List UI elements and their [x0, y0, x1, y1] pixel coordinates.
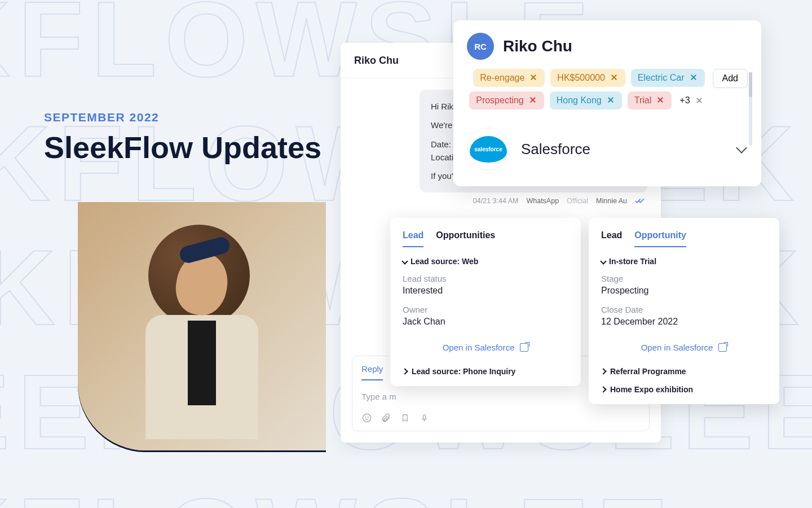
salesforce-lead-card: Lead Opportunities Lead source: Web Lead…: [390, 218, 581, 386]
label-owner: Owner: [403, 305, 568, 314]
salesforce-logo-icon: salesforce: [467, 128, 510, 170]
svg-point-5: [368, 417, 368, 417]
section-phone-inquiry[interactable]: Lead source: Phone Inquiry: [403, 361, 568, 376]
channel: WhatsApp: [526, 197, 559, 205]
tab-reply[interactable]: Reply: [361, 364, 383, 380]
close-icon[interactable]: [611, 74, 619, 82]
tag-reengage[interactable]: Re-engage: [473, 69, 545, 87]
label-stage: Stage: [601, 274, 767, 283]
svg-point-3: [363, 414, 370, 422]
value-owner: Jack Chan: [403, 317, 568, 327]
tag-trial[interactable]: Trial: [628, 91, 672, 110]
badge-official: Official: [567, 197, 588, 205]
chevron-down-icon[interactable]: [736, 142, 747, 154]
value-stage: Prospecting: [601, 286, 767, 296]
salesforce-opportunity-card: Lead Opportunity In-store Trial Stage Pr…: [589, 218, 779, 404]
svg-rect-6: [423, 414, 425, 419]
value-close-date: 12 December 2022: [601, 317, 767, 327]
tag-prospecting[interactable]: Prospecting: [469, 91, 544, 110]
mic-icon[interactable]: [419, 413, 429, 423]
message-meta: 04/21 3:44 AM WhatsApp Official Minnie A…: [341, 192, 661, 205]
chevron-right-icon: [401, 368, 408, 374]
section-home-expo[interactable]: Home Expo exhibition: [601, 376, 767, 394]
read-checks-icon: [635, 198, 645, 204]
open-in-salesforce-link[interactable]: Open in Salesforce: [601, 336, 767, 361]
hero-title: SleekFlow Updates: [44, 130, 321, 165]
close-icon[interactable]: [657, 97, 665, 104]
tag-amount[interactable]: HK$500000: [550, 69, 625, 87]
close-icon[interactable]: [529, 97, 537, 104]
reply-toolbar: [352, 413, 649, 431]
label-close-date: Close Date: [601, 305, 767, 314]
tab-lead[interactable]: Lead: [601, 230, 622, 247]
close-icon[interactable]: [696, 97, 703, 104]
chevron-right-icon: [600, 368, 606, 374]
hero-photo: [78, 202, 326, 450]
tab-lead[interactable]: Lead: [403, 230, 423, 247]
bookmark-icon[interactable]: [400, 413, 410, 423]
integration-label: Salesforce: [521, 141, 726, 158]
label-lead-status: Lead status: [403, 274, 568, 283]
hero-subtitle: SEPTEMBER 2022: [44, 111, 321, 124]
add-tag-button[interactable]: Add: [713, 69, 748, 88]
external-link-icon: [718, 343, 727, 352]
external-link-icon: [520, 343, 528, 352]
chevron-right-icon: [600, 386, 606, 392]
open-in-salesforce-link[interactable]: Open in Salesforce: [403, 336, 568, 361]
tab-opportunities[interactable]: Opportunities: [436, 230, 495, 247]
attachment-icon[interactable]: [381, 413, 391, 423]
close-icon[interactable]: [690, 74, 698, 82]
scrollbar[interactable]: [749, 72, 752, 146]
section-lead-source-web[interactable]: Lead source: Web: [403, 257, 568, 266]
tag-electric[interactable]: Electric Car: [631, 69, 705, 87]
chevron-down-icon: [600, 258, 606, 264]
tags-container: Re-engage HK$500000 Electric Car Prospec…: [467, 69, 705, 110]
timestamp: 04/21 3:44 AM: [473, 197, 519, 205]
avatar[interactable]: RC: [467, 33, 494, 60]
profile-panel: RC Riko Chu Re-engage HK$500000 Electric…: [453, 20, 761, 186]
hero: SEPTEMBER 2022 SleekFlow Updates: [44, 111, 321, 165]
more-tags[interactable]: +3: [677, 91, 704, 110]
value-lead-status: Interested: [403, 286, 568, 296]
salesforce-row[interactable]: salesforce Salesforce: [467, 124, 748, 174]
svg-point-4: [365, 417, 365, 417]
agent-name: Minnie Au: [596, 197, 627, 205]
emoji-icon[interactable]: [361, 413, 372, 423]
tab-opportunity[interactable]: Opportunity: [634, 230, 686, 247]
section-instore-trial[interactable]: In-store Trial: [601, 257, 767, 266]
chevron-down-icon: [401, 258, 408, 264]
section-referral[interactable]: Referral Programme: [601, 361, 767, 376]
close-icon[interactable]: [530, 74, 538, 82]
tag-hongkong[interactable]: Hong Kong: [550, 91, 622, 110]
close-icon[interactable]: [607, 97, 615, 104]
profile-name: Riko Chu: [503, 37, 572, 55]
chat-contact-name: Riko Chu: [354, 55, 399, 67]
